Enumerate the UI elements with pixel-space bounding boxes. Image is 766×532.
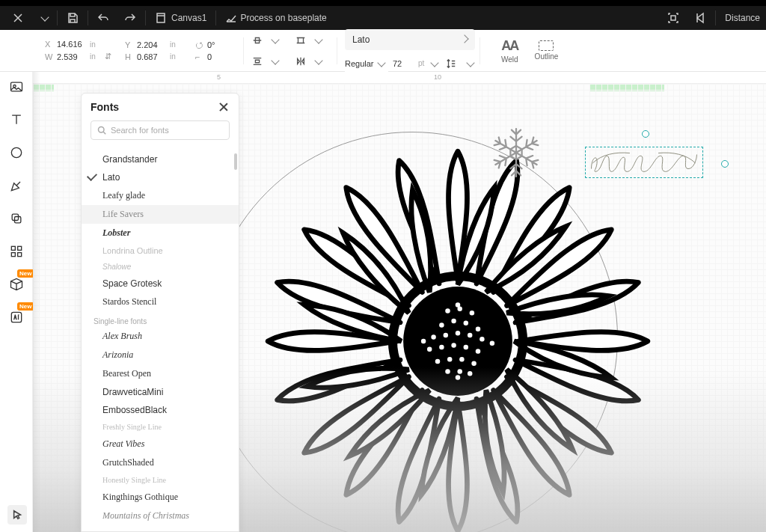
font-item[interactable]: Stardos Stencil [82,293,239,311]
svg-point-37 [421,339,426,343]
canvas-area[interactable]: 5 10 [33,72,766,532]
svg-rect-5 [11,246,15,250]
font-weight-select[interactable]: Regular [345,55,388,72]
process-label: Process on baseplate [240,13,326,23]
svg-point-36 [470,311,474,315]
frame-icon[interactable] [660,6,687,30]
font-item[interactable]: Arizonia [82,346,239,364]
check-icon [87,171,97,181]
close-button[interactable] [4,6,31,30]
svg-point-16 [476,327,480,331]
outline-label: Outline [535,52,559,61]
canvas-tab[interactable]: Canvas1 [147,6,214,30]
image-tool[interactable] [6,76,27,97]
svg-point-28 [447,357,452,361]
font-item[interactable]: Great Vibes [82,435,239,453]
font-item[interactable]: Grandstander [82,150,239,168]
font-item[interactable]: Kingthings Gothique [82,488,239,507]
text-tool[interactable] [6,109,27,130]
mirror-button[interactable] [292,52,310,70]
chevron-down-icon[interactable] [467,58,475,67]
svg-rect-6 [17,246,21,250]
distribute-button[interactable] [248,52,266,70]
pen-tool[interactable] [6,175,27,196]
distance-button[interactable]: Distance [717,6,762,30]
h-value[interactable]: 0.687 [137,52,167,61]
apps-tool[interactable] [6,241,27,262]
svg-point-30 [471,361,476,365]
font-item[interactable]: Freshly Single Line [82,419,239,435]
rotate-handle[interactable] [642,130,649,138]
outline-icon [539,40,554,51]
ai-tool[interactable]: New [6,307,27,328]
fonts-panel: Fonts Search for fonts Grandstander Lato… [81,93,239,532]
svg-point-22 [427,347,432,352]
w-unit: in [90,52,102,61]
line-spacing-button[interactable] [442,55,460,73]
process-dropdown[interactable]: Process on baseplate [218,6,334,30]
library-tool[interactable]: New [6,274,27,295]
x-value[interactable]: 14.616 [57,40,87,49]
svg-point-27 [435,359,440,364]
run-icon[interactable] [687,6,714,30]
font-size-input[interactable]: 72 [393,59,414,68]
font-item[interactable]: Honestly Single Line [82,472,239,488]
save-button[interactable] [59,6,86,30]
selection-box[interactable] [585,147,703,178]
font-item[interactable]: Mountains of Christmas [82,507,239,525]
distance-label: Distance [725,13,760,23]
svg-point-38 [490,340,494,345]
font-list[interactable]: Grandstander Lato Leafy glade Life Saver… [82,147,239,531]
font-item[interactable]: Space Grotesk [82,275,239,293]
snowflake-artwork[interactable] [488,124,545,181]
align-horizontal-button[interactable] [248,31,266,49]
font-item[interactable]: DrawveticaMini [82,383,239,401]
close-icon[interactable] [218,101,230,113]
y-value[interactable]: 2.204 [137,40,167,49]
chevron-down-icon[interactable] [431,58,439,67]
undo-button[interactable] [90,6,117,30]
w-value[interactable]: 2.539 [57,52,87,61]
cursor-tool[interactable] [7,505,27,525]
rotate-value[interactable]: 0° [207,40,225,49]
chevron-right-icon [460,34,468,43]
lock-aspect-icon[interactable]: ⇵ [105,52,111,61]
rotate-icon: ⭯ [195,40,204,49]
svg-rect-7 [11,253,15,257]
align-vertical-button[interactable] [292,31,310,49]
h-unit: in [170,52,182,61]
close-chevron[interactable] [31,6,55,30]
font-item[interactable]: Londrina Outline [82,242,239,259]
font-item[interactable]: Lobster [82,224,239,242]
font-family-select[interactable]: Lato [345,29,475,50]
canvas-tab-label: Canvas1 [171,13,206,23]
font-item[interactable]: Bearest Open [82,364,239,383]
font-item[interactable]: Alex Brush [82,327,239,346]
property-bar: X 14.616 in W 2.539 in ⇵ Y 2.204 in H 0.… [0,30,766,72]
font-item[interactable]: Leafy glade [82,186,239,205]
redo-button[interactable] [117,6,144,30]
ruler-tick: 10 [434,73,441,81]
ruler-horizontal: 5 10 [33,72,766,84]
svg-point-26 [476,349,480,353]
resize-handle[interactable] [721,160,729,168]
font-item[interactable]: EmbossedBlack [82,401,239,419]
search-placeholder: Search for fonts [111,126,169,135]
svg-point-40 [456,302,460,307]
corner-icon: ⌐ [195,52,204,61]
svg-point-24 [451,343,456,347]
x-label: X [45,40,54,49]
font-item-selected[interactable]: Lato [82,168,239,186]
font-item[interactable]: GrutchShaded [82,453,239,472]
font-item[interactable]: Shalowe [82,259,239,275]
shape-tool[interactable] [6,142,27,163]
top-toolbar: Canvas1 Process on baseplate Distance [0,6,766,30]
corner-value[interactable]: 0 [207,52,225,61]
outline-button[interactable]: Outline [535,40,559,61]
svg-point-15 [464,320,468,325]
weld-button[interactable]: AA Weld [501,38,518,64]
font-search-input[interactable]: Search for fonts [91,120,230,140]
new-badge: New [17,269,34,278]
duplicate-tool[interactable] [6,208,27,229]
font-item-hover[interactable]: Life Savers [82,205,239,224]
